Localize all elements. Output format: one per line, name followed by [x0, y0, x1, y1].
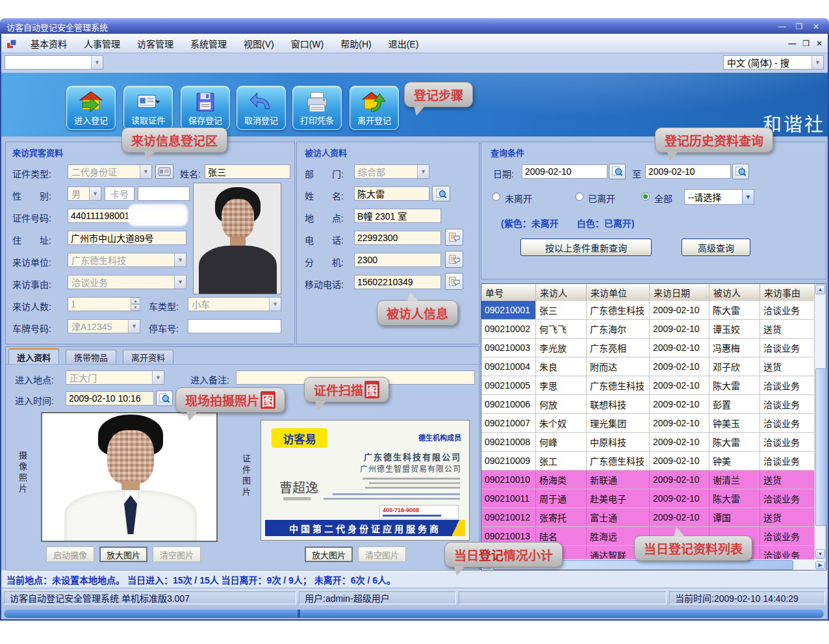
scroll-thumb[interactable]	[815, 368, 826, 526]
read-id-button[interactable]: 读取证件	[123, 86, 173, 130]
menu-system[interactable]: 系统管理	[182, 34, 235, 53]
print-slip-button[interactable]: 打印凭条	[292, 86, 342, 130]
table-row[interactable]: 090210006何放联想科技2009-02-10彭置洽谈业务	[481, 395, 815, 414]
entry-time-field[interactable]: 2009-02-10 10:16	[66, 391, 154, 406]
column-header[interactable]: 来访日期	[650, 284, 709, 301]
table-row[interactable]: 090210003李光放广东亮相2009-02-10冯惠梅洽谈业务	[481, 339, 815, 357]
language-combo[interactable]: 中文 (简体) - 搜▼	[723, 55, 824, 70]
window-title: 访客自动登记安全管理系统	[6, 21, 108, 33]
call-phone-button[interactable]	[445, 229, 463, 246]
company-combo[interactable]: 广东德生科技▼	[68, 253, 186, 267]
scroll-up-icon[interactable]: ▲	[815, 285, 825, 294]
table-cell: 洽谈业务	[760, 546, 815, 560]
zoom-cert-button[interactable]: 放大图片	[305, 547, 353, 562]
mdi-minimize-icon[interactable]: —	[788, 39, 796, 48]
chevron-down-icon[interactable]: ▼	[742, 190, 754, 204]
table-row[interactable]: 090210008何峰中原科技2009-02-10陈大雷洽谈业务	[481, 433, 815, 452]
table-cell: 邓子欣	[709, 357, 760, 376]
entry-place-combo[interactable]: 正大门▼	[66, 370, 164, 385]
call-mobile-button[interactable]	[445, 273, 463, 290]
table-row[interactable]: 090210007朱个奴理光集团2009-02-10钟美玉洽谈业务	[481, 414, 815, 433]
card-no-field[interactable]	[138, 187, 190, 201]
radio-all[interactable]	[641, 192, 650, 201]
date-from-picker-button[interactable]	[609, 164, 626, 179]
visitor-name-field[interactable]: 张三	[205, 164, 290, 179]
column-header[interactable]: 被访人	[709, 284, 760, 301]
panel-title: 查询条件	[491, 146, 524, 159]
chevron-down-icon[interactable]: ▼	[91, 56, 103, 69]
radio-left[interactable]	[575, 192, 583, 201]
chevron-down-icon[interactable]: ▼	[811, 56, 823, 69]
column-header[interactable]: 来访事由	[760, 284, 815, 301]
save-registration-button[interactable]: 保存登记	[181, 86, 230, 130]
car-type-combo[interactable]: 小车▼	[188, 297, 281, 311]
date-to-picker-button[interactable]	[732, 164, 749, 179]
table-row[interactable]: 090210011周于通赴美电子2009-02-10陈大雷洽谈业务	[481, 489, 815, 508]
close-icon[interactable]: ✕	[810, 21, 823, 32]
gender-combo[interactable]: 男▼	[68, 187, 101, 201]
table-row[interactable]: 090210002何飞飞广东海尔2009-02-10谭玉姣送货	[481, 320, 815, 339]
table-row[interactable]: 090210010杨海类新联通2009-02-10谢清兰送货	[481, 470, 815, 489]
count-spinner[interactable]: ▲▼	[131, 298, 140, 311]
scroll-right-icon[interactable]: ▶	[815, 561, 825, 569]
enter-registration-button[interactable]: 进入登记	[66, 86, 116, 130]
leave-registration-button[interactable]: 离开登记	[350, 86, 399, 130]
card-contact-line	[363, 478, 460, 480]
search-person-button[interactable]	[432, 186, 450, 201]
parking-field[interactable]	[188, 319, 281, 333]
table-row[interactable]: 090210005李思广东德生科技2009-02-10陈大雷洽谈业务	[481, 376, 815, 395]
mobile-field[interactable]: 15602210349	[354, 275, 441, 289]
cancel-registration-button[interactable]: 取消登记	[236, 86, 286, 130]
date-to-field[interactable]: 2009-02-10	[645, 164, 731, 179]
card-reader-button[interactable]	[155, 164, 173, 179]
filter-select[interactable]: --请选择▼	[684, 189, 754, 205]
menu-visitor[interactable]: 访客管理	[129, 34, 182, 53]
tab-carried-items[interactable]: 携带物品	[66, 350, 116, 364]
table-cell: 2009-02-10	[650, 357, 709, 376]
zoom-photo-button[interactable]: 放大图片	[99, 547, 147, 562]
menu-hr[interactable]: 人事管理	[75, 34, 129, 53]
mdi-restore-icon[interactable]: ❐	[802, 39, 810, 48]
table-row[interactable]: 090210012张寄托富士通2009-02-10谭国送货	[481, 508, 815, 527]
visitor-count-field[interactable]: 1	[68, 297, 140, 311]
ext-field[interactable]: 2300	[354, 253, 441, 267]
tab-leave-info[interactable]: 离开资料	[123, 350, 173, 364]
date-from-field[interactable]: 2009-02-10	[522, 164, 607, 179]
table-row[interactable]: 090210004朱良附而达2009-02-10邓子欣送货	[481, 357, 815, 376]
radio-not-left[interactable]	[492, 192, 500, 201]
entry-time-picker-button[interactable]	[156, 391, 173, 406]
mdi-close-icon[interactable]: ✕	[816, 39, 823, 48]
clear-photo-button[interactable]: 清空图片	[153, 547, 201, 562]
menu-help[interactable]: 帮助(H)	[332, 34, 379, 53]
menu-exit[interactable]: 退出(E)	[380, 34, 427, 53]
menu-basic-data[interactable]: 基本资料	[22, 34, 75, 53]
cert-type-combo[interactable]: 二代身份证▼	[68, 164, 152, 179]
menu-window[interactable]: 窗口(W)	[283, 34, 333, 53]
column-header[interactable]: 单号	[481, 284, 536, 301]
tab-entry-info[interactable]: 进入资料	[8, 348, 59, 364]
card-no-button[interactable]: 卡号	[105, 187, 134, 201]
clear-cert-button[interactable]: 清空图片	[358, 547, 406, 562]
visited-name-field[interactable]: 陈大雷	[354, 187, 429, 201]
column-header[interactable]: 来访人	[536, 284, 587, 301]
requery-button[interactable]: 按以上条件重新查询	[520, 238, 652, 256]
column-header[interactable]: 来访单位	[587, 284, 650, 301]
privacy-blur	[128, 204, 188, 226]
dept-combo[interactable]: 综合部▼	[354, 164, 429, 179]
address-field[interactable]: 广州市中山大道89号	[68, 231, 186, 245]
scroll-down-icon[interactable]: ▼	[815, 549, 825, 559]
restore-icon[interactable]: ❐	[793, 21, 806, 32]
table-row[interactable]: 090210009张工广东德生科技2009-02-10钟美洽谈业务	[481, 452, 815, 470]
table-row[interactable]: 090210001张三广东德生科技2009-02-10陈大雷洽谈业务	[481, 301, 815, 320]
vertical-scrollbar[interactable]: ▲ ▼	[814, 284, 826, 560]
call-ext-button[interactable]	[445, 251, 463, 268]
phone-field[interactable]: 22992300	[354, 231, 441, 245]
plate-combo[interactable]: 津A12345▼	[68, 319, 140, 333]
quick-combo[interactable]: ▼	[5, 55, 103, 70]
start-camera-button[interactable]: 启动摄像	[46, 547, 94, 562]
menu-view[interactable]: 视图(V)	[235, 34, 283, 53]
minimize-icon[interactable]: —	[776, 21, 789, 32]
location-field[interactable]: B幢 2301 室	[354, 209, 441, 223]
reason-combo[interactable]: 洽谈业务▼	[68, 275, 186, 289]
advanced-query-button[interactable]: 高级查询	[682, 238, 750, 256]
